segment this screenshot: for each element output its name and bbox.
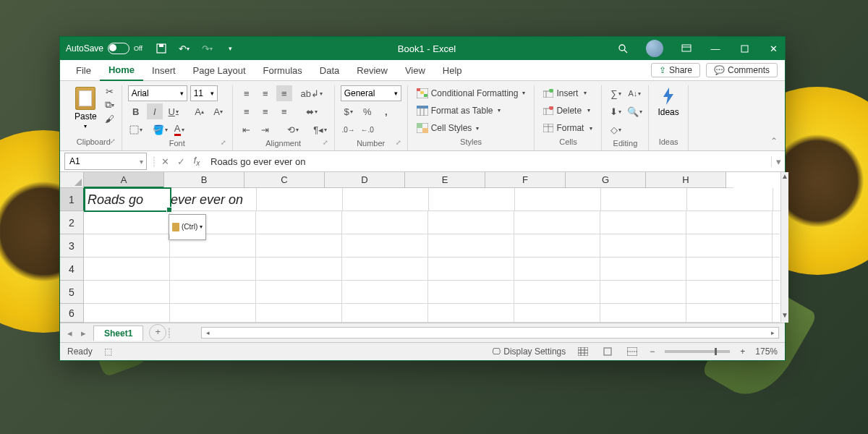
scroll-up-icon[interactable]: ▲ [781,172,788,184]
undo-icon[interactable]: ↶▾ [179,43,190,54]
dialog-launcher-icon[interactable]: ⤢ [110,137,116,145]
sheet-tab[interactable]: Sheet1 [93,326,143,341]
column-header[interactable]: E [405,172,485,188]
cell[interactable] [686,281,773,304]
cell[interactable] [514,304,600,323]
cell[interactable] [600,234,686,258]
bold-button[interactable]: B [128,103,144,119]
zoom-level[interactable]: 175% [755,346,778,357]
ideas-button[interactable]: Ideas [655,85,681,136]
percent-icon[interactable]: % [359,103,375,119]
align-right-icon[interactable]: ≡ [276,103,292,119]
find-select-icon[interactable]: 🔍▾ [626,103,642,119]
wrap-text-icon[interactable]: ab↲▾ [304,85,320,101]
tab-file[interactable]: File [67,60,100,80]
cell[interactable] [600,258,686,281]
autosave-toggle[interactable]: AutoSave Off [66,43,142,54]
grow-font-icon[interactable]: A▴ [192,103,208,119]
tab-insert[interactable]: Insert [143,60,184,80]
cell[interactable] [342,211,428,234]
cell[interactable] [170,281,256,304]
column-header[interactable]: C [244,172,325,188]
cell[interactable] [84,211,170,234]
add-sheet-button[interactable]: + [149,324,166,341]
cell[interactable] [687,188,773,211]
font-size-combo[interactable]: 11▾ [190,85,218,101]
clear-icon[interactable]: ◇▾ [608,122,624,137]
dialog-launcher-icon[interactable]: ⤢ [396,139,401,146]
tab-data[interactable]: Data [311,60,348,80]
cell[interactable] [256,281,342,304]
comments-button[interactable]: 💬Comments [706,63,778,77]
cell[interactable] [428,234,514,258]
column-header[interactable]: D [325,172,405,188]
zoom-slider[interactable] [665,350,730,353]
maximize-button[interactable] [739,43,750,54]
cell[interactable] [515,188,601,211]
align-center-icon[interactable]: ≡ [258,103,273,119]
number-format-combo[interactable]: General▾ [341,85,401,101]
insert-cells-button[interactable]: Insert▾ [540,88,595,99]
expand-formula-bar-icon[interactable]: ▾ [771,156,785,167]
column-header[interactable]: H [646,172,726,188]
column-header[interactable]: A [84,172,164,188]
fill-color-icon[interactable]: 🪣▾ [153,122,169,137]
close-button[interactable]: ✕ [767,43,779,54]
tab-home[interactable]: Home [100,59,143,81]
normal-view-icon[interactable] [576,346,590,357]
cell[interactable] [170,234,256,258]
cell[interactable] [342,258,428,281]
scroll-left-icon[interactable]: ◂ [202,329,213,336]
cell[interactable]: ever ever on [171,188,257,211]
increase-indent-icon[interactable]: ⇥ [258,122,273,137]
cell[interactable] [256,304,342,323]
cell[interactable] [342,234,428,258]
dialog-launcher-icon[interactable]: ⤢ [221,139,226,146]
cell[interactable] [686,211,773,234]
redo-icon[interactable]: ↷▾ [202,43,213,54]
user-avatar[interactable] [646,40,663,57]
tab-view[interactable]: View [396,60,434,80]
font-color-icon[interactable]: A▾ [171,122,187,137]
sort-filter-icon[interactable]: A↓▾ [626,85,642,101]
cell[interactable] [170,258,256,281]
paste-button[interactable]: Paste ▾ [72,85,100,136]
cell[interactable] [84,234,170,258]
rtl-icon[interactable]: ¶◂▾ [312,122,328,137]
sheet-nav-next-icon[interactable]: ▸ [81,328,86,339]
cancel-formula-icon[interactable]: ✕ [157,156,173,167]
decrease-indent-icon[interactable]: ⇤ [239,122,255,137]
format-as-table-button[interactable]: Format as Table▾ [414,104,529,117]
select-all-corner[interactable] [60,172,84,188]
align-left-icon[interactable]: ≡ [239,103,255,119]
cell[interactable] [428,211,514,234]
shrink-font-icon[interactable]: A▾ [210,103,226,119]
cell[interactable] [170,304,256,323]
row-header[interactable]: 3 [60,234,84,258]
name-box[interactable]: A1 [64,153,147,170]
align-middle-icon[interactable]: ≡ [258,85,273,101]
cell[interactable] [84,281,170,304]
ribbon-display-icon[interactable] [681,43,692,54]
column-header[interactable]: F [485,172,566,188]
cell[interactable] [600,211,686,234]
cell[interactable] [256,258,342,281]
cell[interactable] [514,211,600,234]
zoom-out-button[interactable]: − [650,346,655,357]
column-header[interactable]: B [164,172,244,188]
row-header[interactable]: 4 [60,258,84,281]
row-header[interactable]: 6 [60,304,84,323]
copy-icon[interactable]: ⧉▾ [104,99,116,111]
cell[interactable] [514,234,600,258]
currency-icon[interactable]: $▾ [341,103,357,119]
row-header[interactable]: 5 [60,281,84,304]
tab-page-layout[interactable]: Page Layout [184,60,255,80]
cell[interactable] [343,188,429,211]
cell[interactable] [429,188,515,211]
autosum-icon[interactable]: ∑▾ [608,85,624,101]
cell-a1[interactable]: Roads go [85,188,171,211]
cell[interactable] [256,211,342,234]
cell[interactable] [686,304,773,323]
search-icon[interactable] [617,43,629,54]
borders-icon[interactable]: ▾ [128,122,144,137]
